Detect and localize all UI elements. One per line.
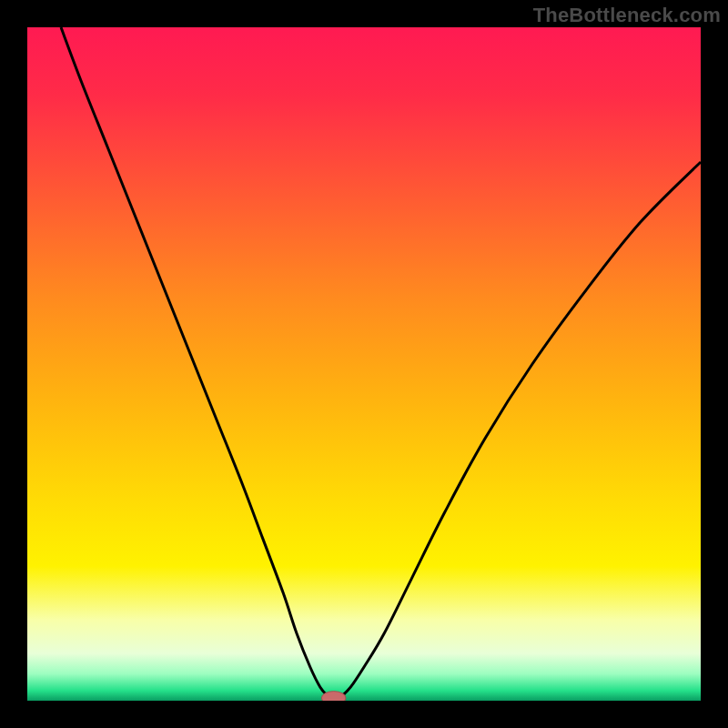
chart-svg xyxy=(27,27,701,701)
plot-area xyxy=(27,27,701,701)
watermark-text: TheBottleneck.com xyxy=(533,4,721,27)
minimum-marker xyxy=(321,692,346,701)
gradient-background xyxy=(27,27,701,701)
chart-frame: TheBottleneck.com xyxy=(0,0,728,728)
